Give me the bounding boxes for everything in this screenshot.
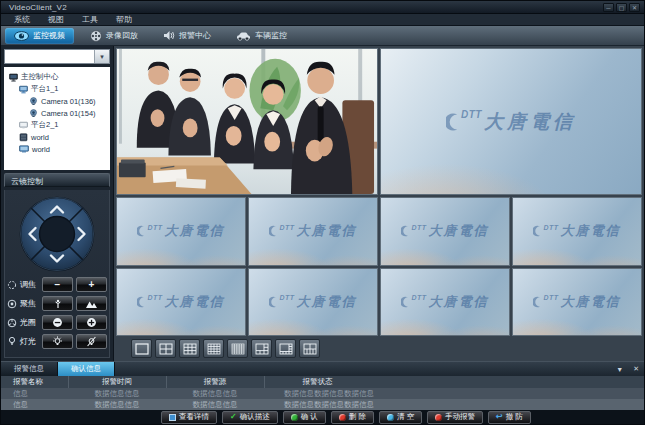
iris-open-button[interactable] bbox=[76, 315, 107, 330]
watermark: DTT大唐電信 bbox=[117, 198, 245, 265]
alarm-row[interactable]: 信息 数据信息信息 数据信息信息 数据信息数据信息数据信息 bbox=[1, 399, 644, 410]
watermark: DTT大唐電信 bbox=[117, 269, 245, 336]
iris-control-row: 光圈 bbox=[6, 315, 108, 330]
layout-9-button[interactable] bbox=[179, 339, 200, 358]
car-icon bbox=[236, 31, 251, 41]
flower-icon bbox=[52, 299, 64, 309]
tree-item-label: world bbox=[31, 133, 49, 142]
menu-tools[interactable]: 工具 bbox=[73, 14, 107, 25]
layout-1-button[interactable] bbox=[131, 339, 152, 358]
tab-alarm-info[interactable]: 报警信息 bbox=[1, 362, 58, 376]
col-alarm-name[interactable]: 报警名称 bbox=[1, 376, 68, 388]
layout-4-button[interactable] bbox=[155, 339, 176, 358]
maximize-icon[interactable]: ▢ bbox=[616, 3, 627, 12]
light-on-button[interactable] bbox=[42, 334, 73, 349]
main-content: ▾ 主控制中心 平台1_1 Camera 01(136) Camera 01 bbox=[1, 46, 644, 361]
tree-item-platform1[interactable]: 平台1_1 bbox=[6, 83, 108, 95]
red-dot-icon bbox=[339, 414, 346, 421]
panel-collapse-icon[interactable]: ▼ bbox=[611, 362, 628, 376]
watermark: DTT 大唐電信 bbox=[381, 49, 641, 194]
watermark-name: 大唐電信 bbox=[297, 293, 357, 311]
crescent-logo-icon bbox=[533, 225, 541, 237]
video-tile-4[interactable]: DTT大唐電信 bbox=[248, 197, 378, 266]
tree-item-camera-136[interactable]: Camera 01(136) bbox=[6, 95, 108, 107]
watermark-brand: DTT bbox=[147, 294, 162, 301]
col-alarm-time[interactable]: 报警时间 bbox=[68, 376, 166, 388]
tab-playback[interactable]: 录像回放 bbox=[81, 28, 147, 44]
chevron-down-icon[interactable]: ▾ bbox=[94, 50, 109, 63]
disarm-button[interactable]: ↩ 撤 防 bbox=[488, 411, 531, 424]
window-controls: ─ ▢ ✕ bbox=[603, 3, 640, 12]
layout-10-button[interactable] bbox=[299, 339, 320, 358]
device-combo-input[interactable] bbox=[5, 50, 94, 63]
green-dot-icon bbox=[291, 414, 298, 421]
crescent-logo-icon bbox=[137, 225, 145, 237]
watermark-name: 大唐電信 bbox=[165, 293, 225, 311]
light-off-button[interactable] bbox=[76, 334, 107, 349]
tab-alarm-center[interactable]: 报警中心 bbox=[154, 28, 220, 44]
tree-item-label: world bbox=[32, 145, 50, 154]
minimize-icon[interactable]: ─ bbox=[603, 3, 614, 12]
video-tile-10[interactable]: DTT大唐電信 bbox=[512, 268, 642, 337]
video-tile-3[interactable]: DTT大唐電信 bbox=[116, 197, 246, 266]
col-alarm-status[interactable]: 报警状态 bbox=[264, 376, 644, 388]
crescent-logo-icon bbox=[446, 112, 459, 132]
check-icon: ✓ bbox=[230, 413, 237, 421]
menu-view[interactable]: 视图 bbox=[39, 14, 73, 25]
bulb-off-icon bbox=[85, 336, 98, 348]
video-tile-5[interactable]: DTT大唐電信 bbox=[380, 197, 510, 266]
manual-alarm-button[interactable]: 手动报警 bbox=[427, 411, 483, 424]
layout-8-button[interactable] bbox=[275, 339, 296, 358]
panel-close-icon[interactable]: ✕ bbox=[628, 362, 644, 376]
layout-25-button[interactable] bbox=[227, 339, 248, 358]
menu-system[interactable]: 系统 bbox=[5, 14, 39, 25]
tree-item-label: Camera 01(154) bbox=[41, 109, 96, 118]
video-tile-6[interactable]: DTT大唐電信 bbox=[512, 197, 642, 266]
video-tile-live[interactable] bbox=[116, 48, 378, 195]
menu-help[interactable]: 帮助 bbox=[107, 14, 141, 25]
tree-item-world-2[interactable]: world bbox=[6, 143, 108, 155]
watermark-brand: DTT bbox=[411, 294, 426, 301]
ptz-dpad[interactable] bbox=[18, 195, 96, 273]
view-details-button[interactable]: 查看详情 bbox=[161, 411, 217, 424]
focus-far-button[interactable] bbox=[76, 296, 107, 311]
zoom-in-button[interactable]: + bbox=[76, 277, 107, 292]
tab-vehicle-monitor[interactable]: 车辆监控 bbox=[227, 28, 296, 44]
video-grid: DTT 大唐電信 DTT大唐電信 DTT大唐電信 DTT大唐電信 DTT大唐電信… bbox=[116, 48, 642, 336]
close-icon[interactable]: ✕ bbox=[629, 3, 640, 12]
watermark-name: 大唐電信 bbox=[561, 293, 621, 311]
layout-16-button[interactable] bbox=[203, 339, 224, 358]
layout-6-button[interactable] bbox=[251, 339, 272, 358]
iris-close-button[interactable] bbox=[42, 315, 73, 330]
tree-item-control-center[interactable]: 主控制中心 bbox=[6, 71, 108, 83]
cell-alarm-time: 数据信息信息 bbox=[68, 399, 166, 410]
tree-item-camera-154[interactable]: Camera 01(154) bbox=[6, 107, 108, 119]
confirm-description-button[interactable]: ✓ 确认描述 bbox=[222, 411, 278, 424]
focus-label: 聚焦 bbox=[20, 298, 39, 309]
tab-confirm-info[interactable]: 确认信息 bbox=[58, 362, 115, 376]
video-tile-7[interactable]: DTT大唐電信 bbox=[116, 268, 246, 337]
clear-button[interactable]: 清 空 bbox=[379, 411, 422, 424]
confirm-button[interactable]: 确 认 bbox=[283, 411, 326, 424]
alarm-row[interactable]: 信息 数据信息信息 数据信息信息 数据信息数据信息数据信息 bbox=[1, 388, 644, 399]
video-tile-2[interactable]: DTT 大唐電信 bbox=[380, 48, 642, 195]
ptz-panel: 调焦 − + 聚焦 光圈 灯光 bbox=[4, 190, 110, 358]
tree-item-world-1[interactable]: world bbox=[6, 131, 108, 143]
zoom-out-button[interactable]: − bbox=[42, 277, 73, 292]
tree-item-platform2[interactable]: 平台2_1 bbox=[6, 119, 108, 131]
video-tile-8[interactable]: DTT大唐電信 bbox=[248, 268, 378, 337]
video-tile-9[interactable]: DTT大唐電信 bbox=[380, 268, 510, 337]
button-label: 查看详情 bbox=[179, 412, 209, 422]
platform-icon bbox=[19, 85, 28, 94]
tree-item-label: Camera 01(136) bbox=[41, 97, 96, 106]
bulb-on-icon bbox=[51, 336, 64, 348]
device-tree: 主控制中心 平台1_1 Camera 01(136) Camera 01(154… bbox=[4, 67, 110, 170]
zoom-label: 调焦 bbox=[20, 279, 39, 290]
window-title: VideoClient_V2 bbox=[9, 3, 67, 12]
alarm-panel: 报警信息 确认信息 ▼ ✕ 报警名称 报警时间 报警源 报警状态 信息 数据信息… bbox=[1, 361, 644, 424]
focus-near-button[interactable] bbox=[42, 296, 73, 311]
delete-button[interactable]: 删 除 bbox=[331, 411, 374, 424]
col-alarm-source[interactable]: 报警源 bbox=[166, 376, 264, 388]
tab-monitor-video[interactable]: 监控视频 bbox=[5, 28, 74, 44]
crescent-logo-icon bbox=[269, 296, 277, 308]
